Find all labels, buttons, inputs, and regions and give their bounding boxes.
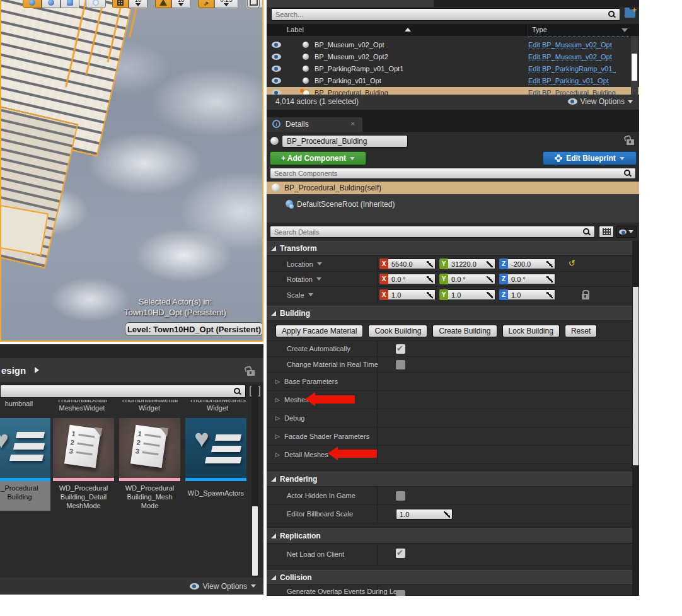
rotate-tool-button[interactable] [42,0,61,8]
add-component-button[interactable]: + Add Component [270,151,366,165]
location-y-field[interactable]: Y 31220.0 [439,259,495,269]
rotation-x-field[interactable]: X 0.0 ° [379,274,436,284]
spinner-icon[interactable] [546,276,553,282]
visibility-eye-icon[interactable] [272,66,281,72]
scale-z-field[interactable]: Z 1.0 [499,289,555,300]
cook-building-button[interactable]: Cook Building [368,325,427,337]
group-base-parameters[interactable]: ▷ Base Parameters [267,373,639,391]
outliner-scrollbar-thumb[interactable] [632,54,637,81]
table-row-selected[interactable]: BP_Procedural_Bulding Edit BP_Procedural… [267,87,639,95]
content-browser-search-input[interactable] [0,385,246,398]
location-z-field[interactable]: Z -200.0 [499,259,555,269]
search-components-input[interactable]: Search Components [270,168,636,179]
spinner-icon[interactable] [487,276,493,282]
group-facade-shader-parameters[interactable]: ▷ Facade Shader Parameters [267,427,639,446]
lock-building-button[interactable]: Lock Building [502,325,560,337]
breadcrumb[interactable]: esign [1,365,26,376]
lock-icon[interactable] [247,370,255,376]
table-row[interactable]: BP_ParkingRamp_v01_Opt1 Edit BP_ParkingR… [267,63,639,75]
section-building[interactable]: Building [267,306,639,321]
property-label[interactable]: Rotation [287,276,313,283]
spinner-icon[interactable] [487,261,493,267]
viewport-3d[interactable]: 10 10 ⇗ 0.25 🎥 4 [0,0,263,342]
grid-snap-toggle-button[interactable] [112,0,129,8]
asset-tile-wd-spawnactors[interactable]: ♥ WD_SpawnActors [185,418,246,497]
actor-label[interactable]: BP_ParkingRamp_v01_Opt1 [315,65,403,73]
create-building-button[interactable]: Create Building [432,325,497,337]
display-filter-button[interactable] [616,226,637,238]
search-details-input[interactable]: Search Details [270,226,595,238]
group-detail-meshes[interactable]: ▷ Detail Meshes [267,446,639,464]
outliner-tab[interactable] [267,0,434,7]
asset-tile-wd-procedural-building-mesh-mode[interactable]: 1 2 3 WD_Procedural Building_Mesh Mode [119,418,180,510]
actor-type-link[interactable]: Edit BP_Museum_v02_Opt [528,41,612,49]
create-automatically-checkbox[interactable] [396,344,405,354]
generate-overlap-checkbox[interactable] [396,590,405,596]
content-browser-scrollbar-thumb[interactable] [252,506,258,576]
component-root-row[interactable]: DefaultSceneRoot (Inherited) [267,198,639,211]
tab-details[interactable]: i Details × [267,117,362,132]
visibility-eye-icon[interactable] [272,54,281,60]
table-row[interactable]: BP_Museum_v02_Opt Edit BP_Museum_v02_Opt [267,39,639,51]
location-x-field[interactable]: X 5540.0 [379,259,436,269]
scale-y-field[interactable]: Y 1.0 [439,289,495,300]
rotation-snap-toggle-button[interactable] [155,0,171,8]
rotation-y-field[interactable]: Y 0.0 ° [439,274,495,284]
billboard-scale-field[interactable]: 1.0 [396,509,453,520]
table-row[interactable]: BP_Parking_v01_Opt Edit BP_Parking_v01_O… [267,75,639,87]
rotation-z-field[interactable]: Z 0.0 ° [499,274,555,284]
column-label[interactable]: Label [287,26,304,33]
visibility-eye-icon[interactable] [272,42,281,48]
expander-icon[interactable]: ▷ [275,397,280,403]
component-self-row[interactable]: BP_Procedural_Bulding(self) [267,182,639,194]
section-collision[interactable]: Collision [267,570,639,585]
asset-tile-wd-procedural-building-detail-meshmode[interactable]: 1 2 3 WD_Procedural Building_Detail Mesh… [53,418,114,510]
actor-type-link[interactable]: Edit BP_Museum_v02_Opt [528,53,612,61]
uniform-scale-lock-icon[interactable] [582,294,589,299]
edit-blueprint-button[interactable]: Edit Blueprint [543,151,637,165]
property-label[interactable]: Scale [287,291,304,299]
net-load-checkbox[interactable] [396,549,405,558]
section-replication[interactable]: Replication [267,528,639,543]
actor-label[interactable]: BP_Parking_v01_Opt [315,77,381,84]
spinner-icon[interactable] [546,292,553,298]
table-row[interactable]: BP_Museum_v02_Opt2 Edit BP_Museum_v02_Op… [267,51,639,63]
spinner-icon[interactable] [487,292,493,298]
scale-snap-value-button[interactable]: 0.25 [214,0,238,8]
expander-icon[interactable]: ▷ [275,378,280,385]
actor-label[interactable]: BP_Museum_v02_Opt [315,41,384,49]
expander-icon[interactable]: ▷ [275,451,280,458]
move-tool-button[interactable] [23,0,42,8]
filter-icon[interactable] [621,28,628,32]
spinner-icon[interactable] [546,261,553,267]
section-rendering[interactable]: Rendering [267,472,639,487]
spinner-icon[interactable] [427,292,433,298]
grid-snap-value-button[interactable]: 10 [129,0,147,8]
close-icon[interactable]: × [351,120,355,127]
change-material-checkbox[interactable] [396,360,405,369]
property-label[interactable]: Location [287,260,313,268]
actor-type-link[interactable]: Edit BP_ParkingRamp_v01_ [528,65,616,73]
actor-type-link[interactable]: Edit BP_Procedural_Bulding [528,89,616,95]
actor-hidden-checkbox[interactable] [396,491,405,501]
outliner-search-input[interactable]: Search... [271,8,620,21]
actor-type-link[interactable]: Edit BP_Parking_v01_Opt [528,77,609,85]
spinner-icon[interactable] [427,276,433,282]
spinner-icon[interactable] [427,261,433,267]
actor-name-field[interactable]: BP_Procedural_Bulding [282,135,408,148]
details-scrollbar-thumb[interactable] [633,287,639,465]
world-local-toggle-button[interactable] [86,0,106,8]
reset-to-default-icon[interactable]: ↺ [569,259,575,268]
visibility-eye-icon[interactable] [272,78,281,84]
scale-snap-toggle-button[interactable]: ⇗ [198,0,214,8]
sort-ascending-icon[interactable] [405,28,411,32]
scale-tool-button[interactable] [61,0,79,8]
section-transform[interactable]: Transform [267,241,639,256]
view-options-button[interactable]: View Options [581,97,625,106]
group-debug[interactable]: ▷ Debug [267,409,639,427]
new-folder-icon[interactable] [625,9,635,18]
scale-x-field[interactable]: X 1.0 [379,289,436,300]
expander-icon[interactable]: ▷ [275,433,280,439]
expander-icon[interactable]: ▷ [275,415,280,421]
spinner-icon[interactable] [444,511,450,518]
